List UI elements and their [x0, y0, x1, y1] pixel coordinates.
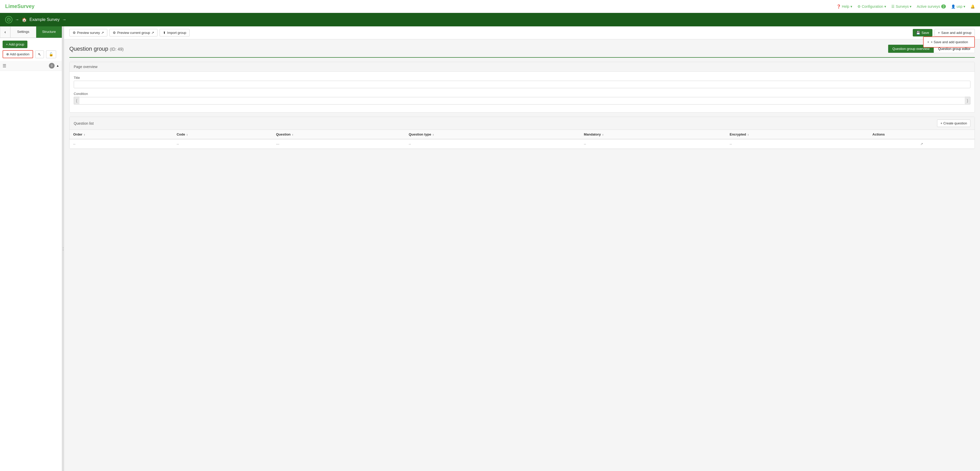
sidebar-actions: + Add group ⊕ Add question ↖ 🔓 — [0, 38, 62, 61]
question-type-sort-icon: ↕ — [433, 133, 434, 136]
preview-survey-button[interactable]: ⚙ Preview survey ↗ — [69, 29, 107, 37]
lock-icon: 🔓 — [49, 52, 53, 56]
question-table-header-row: Order ↕ Code ↕ Question ↕ Question type … — [70, 130, 975, 139]
group-id-badge: (ID: 49) — [110, 47, 124, 51]
create-question-button[interactable]: + Create question — [937, 119, 970, 127]
row-question-type: -- — [405, 139, 580, 149]
col-mandatory[interactable]: Mandatory ↕ — [580, 130, 726, 139]
back-icon: ‹ — [5, 30, 6, 34]
active-surveys-badge: 2 — [941, 5, 946, 8]
page-content: Question group (ID: 49) Question group o… — [64, 39, 980, 158]
condition-input[interactable] — [80, 97, 965, 105]
sidebar-group-item[interactable]: ☰ 0 ▲ — [0, 61, 62, 71]
settings-tab-label: Settings — [17, 30, 29, 33]
save-add-group-container: + Save and add group + + Save and add qu… — [934, 29, 975, 37]
row-question: --- — [272, 139, 405, 149]
main-layout: ‹ Settings Structure + Add group ⊕ Add q… — [0, 26, 980, 471]
notification-bell-link[interactable]: 🔔 — [970, 5, 975, 8]
question-list-table: Order ↕ Code ↕ Question ↕ Question type … — [70, 130, 975, 149]
configuration-label: Configuration — [862, 5, 883, 8]
breadcrumb-survey-link[interactable]: Example Survey — [30, 18, 60, 22]
structure-tab-label: Structure — [42, 30, 56, 33]
save-button[interactable]: 💾 Save — [913, 29, 933, 37]
breadcrumb-home-icon: 🏠 — [22, 18, 27, 22]
section-header: Question group (ID: 49) Question group o… — [69, 45, 975, 53]
brand-logo: LimeSurvey — [5, 3, 34, 9]
toolbar: ⚙ Preview survey ↗ ⚙ Preview current gro… — [64, 26, 980, 39]
row-actions[interactable]: ↗ — [869, 139, 975, 149]
lock-button[interactable]: 🔓 — [46, 51, 56, 58]
collapse-icon: ↖ — [38, 52, 41, 56]
help-icon: ❓ — [837, 5, 841, 8]
mandatory-sort-icon: ↕ — [602, 133, 604, 136]
user-icon: 👤 — [951, 5, 955, 8]
row-mandatory: -- — [580, 139, 726, 149]
condition-brace-right: } — [965, 97, 970, 105]
group-item-badge: 0 — [49, 63, 54, 68]
col-order[interactable]: Order ↕ — [70, 130, 173, 139]
question-list-title: Question list — [74, 121, 94, 126]
main-content: ⚙ Preview survey ↗ ⚙ Preview current gro… — [64, 26, 980, 471]
help-link[interactable]: ❓ Help ▾ — [837, 5, 852, 8]
question-list-card: Question list + Create question Order ↕ … — [69, 117, 975, 149]
sidebar-back-button[interactable]: ‹ — [0, 26, 10, 38]
title-form-group: Title — [74, 76, 970, 88]
col-question[interactable]: Question ↕ — [272, 130, 405, 139]
table-row: -- -- --- -- -- -- ↗ — [70, 139, 975, 149]
user-label: usp — [956, 5, 963, 8]
collapse-sidebar-button[interactable]: ↖ — [35, 51, 44, 58]
row-action-external-icon[interactable]: ↗ — [920, 142, 923, 146]
col-question-type[interactable]: Question type ↕ — [405, 130, 580, 139]
sidebar-tab-structure[interactable]: Structure — [36, 26, 62, 38]
breadcrumb: → 🏠 Example Survey → — [0, 13, 980, 26]
page-overview-card-body: Title Condition { } — [70, 72, 975, 112]
question-table-head: Order ↕ Code ↕ Question ↕ Question type … — [70, 130, 975, 139]
page-overview-card: Page overview Title Condition { } — [69, 62, 975, 113]
add-group-label: + Add group — [6, 42, 24, 46]
save-label: Save — [921, 31, 929, 35]
sidebar-tabs: ‹ Settings Structure — [0, 26, 62, 38]
add-question-label: ⊕ Add question — [6, 52, 30, 56]
save-add-question-label: + Save and add question — [931, 40, 968, 44]
save-add-question-plus-icon: + — [927, 40, 929, 44]
active-surveys-label: Active surveys — [916, 5, 940, 8]
surveys-link[interactable]: ☰ Surveys ▾ — [891, 5, 912, 8]
save-add-question-dropdown: + + Save and add question — [923, 37, 975, 48]
create-question-label: + Create question — [940, 121, 967, 125]
col-code[interactable]: Code ↕ — [173, 130, 272, 139]
preview-survey-gear-icon: ⚙ — [73, 31, 76, 35]
save-add-group-button[interactable]: + Save and add group — [934, 29, 975, 37]
row-code: -- — [173, 139, 272, 149]
condition-brace-left: { — [74, 97, 80, 105]
user-menu-link[interactable]: 👤 usp ▾ — [951, 5, 965, 8]
hamburger-icon: ☰ — [3, 64, 6, 68]
sidebar-resize-handle[interactable] — [62, 26, 64, 471]
navbar: LimeSurvey ❓ Help ▾ ⚙ Configuration ▾ ☰ … — [0, 0, 980, 13]
sidebar-tab-settings[interactable]: Settings — [10, 26, 36, 38]
encrypted-sort-icon: ↕ — [748, 133, 749, 136]
group-item-arrow-icon: ▲ — [56, 64, 59, 67]
row-order: -- — [70, 139, 173, 149]
preview-group-button[interactable]: ⚙ Preview current group ↗ — [110, 29, 158, 37]
code-sort-icon: ↕ — [186, 133, 188, 136]
add-question-button[interactable]: ⊕ Add question — [3, 50, 33, 58]
active-surveys-link[interactable]: Active surveys 2 — [916, 5, 946, 8]
preview-survey-external-icon: ↗ — [101, 31, 104, 35]
question-table-body: -- -- --- -- -- -- ↗ — [70, 139, 975, 149]
col-encrypted[interactable]: Encrypted ↕ — [726, 130, 869, 139]
help-chevron-icon: ▾ — [850, 5, 852, 8]
breadcrumb-arrow1: → — [15, 18, 19, 22]
col-actions: Actions — [869, 130, 975, 139]
user-chevron-icon: ▾ — [963, 5, 965, 8]
import-group-button[interactable]: ⬆ Import group — [159, 29, 189, 37]
config-icon: ⚙ — [858, 5, 861, 8]
preview-group-label: Preview current group — [117, 31, 150, 35]
title-input[interactable] — [74, 81, 970, 88]
preview-group-external-icon: ↗ — [151, 31, 154, 35]
question-sort-icon: ↕ — [292, 133, 293, 136]
preview-group-gear-icon: ⚙ — [113, 31, 116, 35]
preview-survey-label: Preview survey — [77, 31, 100, 35]
save-add-question-item[interactable]: + + Save and add question — [924, 38, 974, 46]
configuration-link[interactable]: ⚙ Configuration ▾ — [858, 5, 886, 8]
add-group-button[interactable]: + Add group — [3, 41, 27, 48]
